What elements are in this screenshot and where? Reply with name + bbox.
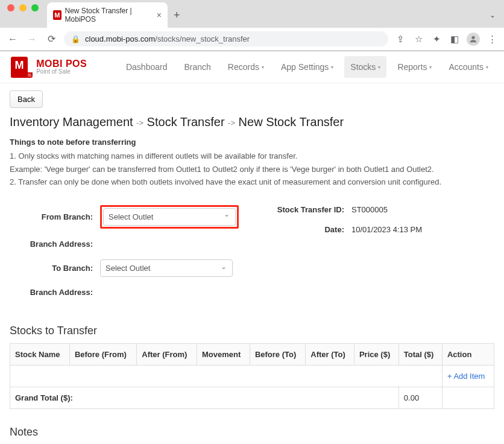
to-branch-address-label: Branch Address: [10,288,100,297]
panel-icon[interactable]: ◧ [449,34,461,45]
breadcrumb: Inventory Management -> Stock Transfer -… [10,115,494,129]
note-1: 1. Only stocks with matching names in di… [10,150,494,162]
brand-name: MOBI POS [36,59,87,69]
lock-icon: 🔒 [71,35,80,43]
app-topnav: M MOBI POS MOBI POS Point of Sale Dashbo… [0,51,504,83]
date-label: Date: [261,225,351,234]
caret-icon: ▾ [262,65,264,70]
from-branch-highlight: Select Outlet [100,205,239,229]
col-price: Price ($) [354,343,398,365]
col-stock-name: Stock Name [10,343,70,365]
brand-logo[interactable]: M MOBI POS MOBI POS Point of Sale [11,57,87,78]
forward-browser-button: → [25,34,39,45]
table-row-grand-total: Grand Total ($): 0.00 [10,387,494,408]
nav-app-settings[interactable]: App Settings▾ [275,56,339,78]
caret-icon: ▾ [331,65,333,70]
col-before-from: Before (From) [69,343,136,365]
nav-reports[interactable]: Reports▾ [391,56,438,78]
nav-accounts[interactable]: Accounts▾ [443,56,494,78]
to-branch-label: To Branch: [10,264,100,273]
nav-dashboard[interactable]: Dashboard [120,56,174,78]
browser-chrome: M New Stock Transfer | MobiPOS × + ⌄ ← →… [0,0,504,51]
add-item-link[interactable]: + Add Item [447,372,485,381]
window-min-dot[interactable] [19,4,27,11]
notes-heading: Things to note before transferring [10,138,494,147]
note-2: 2. Transfer can only be done when both o… [10,176,494,188]
caret-icon: ▾ [429,65,432,70]
col-total: Total ($) [398,343,442,365]
transfer-id-label: Stock Transfer ID: [261,205,351,214]
from-branch-label: From Branch: [10,212,100,221]
col-after-from: After (From) [137,343,197,365]
grand-total-label: Grand Total ($): [10,387,399,408]
nav-stocks[interactable]: Stocks▾ [344,56,386,78]
from-branch-address-label: Branch Address: [10,239,100,249]
window-max-dot[interactable] [31,4,39,11]
window-close-dot[interactable] [7,4,14,11]
bookmark-star-icon[interactable]: ☆ [412,34,424,45]
notes-section-heading: Notes [10,426,494,439]
caret-icon: ▾ [486,65,488,70]
grand-total-value: 0.00 [398,387,442,408]
share-icon[interactable]: ⇪ [394,34,406,45]
logo-mark: M [11,57,28,74]
from-branch-select[interactable]: Select Outlet [103,208,236,226]
reload-button[interactable]: ⟳ [45,33,58,45]
col-movement: Movement [197,343,250,365]
col-after-to: After (To) [306,343,354,365]
caret-icon: ▾ [378,65,380,70]
nav-records[interactable]: Records▾ [222,56,270,78]
browser-menu-icon[interactable]: ⋮ [486,34,498,45]
table-row-empty: + Add Item [10,365,494,387]
date-value: 10/01/2023 4:13 PM [351,225,422,234]
transfer-id-value: ST000005 [351,205,388,214]
breadcrumb-3: New Stock Transfer [239,115,344,128]
nav-branch[interactable]: Branch [178,56,216,78]
stocks-heading: Stocks to Transfer [10,325,494,337]
note-1-example: Example: 'Vege burger' can be transferre… [10,163,494,176]
stocks-table: Stock Name Before (From) After (From) Mo… [10,343,494,409]
brand-tagline: Point of Sale [36,69,87,75]
extensions-icon[interactable]: ✦ [430,34,443,45]
url-path: /stocks/new_stock_transfer [155,34,250,43]
url-host: cloud.mobi-pos.com [85,34,155,43]
plus-icon: + [447,372,454,381]
col-before-to: Before (To) [250,343,305,365]
back-button[interactable]: Back [10,90,43,108]
back-browser-button[interactable]: ← [6,34,19,45]
breadcrumb-1[interactable]: Inventory Management [10,115,133,128]
col-action: Action [442,343,494,365]
profile-avatar[interactable] [467,33,480,46]
breadcrumb-2[interactable]: Stock Transfer [147,115,225,128]
address-bar[interactable]: 🔒 cloud.mobi-pos.com/stocks/new_stock_tr… [64,31,388,46]
to-branch-select[interactable]: Select Outlet [100,259,233,277]
